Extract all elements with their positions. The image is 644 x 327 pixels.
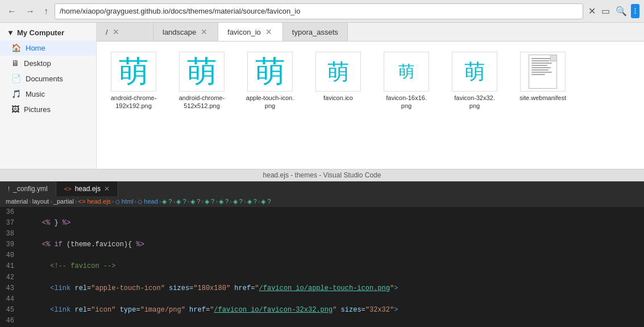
sidebar-item-home[interactable]: 🏠 Home (0, 40, 96, 56)
bc-sep8: › (188, 198, 190, 205)
up-button[interactable]: ↑ (41, 5, 51, 18)
tab-root-close[interactable]: ✕ (111, 27, 121, 36)
file-name: apple-touch-icon.png (246, 94, 294, 110)
bc-q1: ◈ ? (162, 198, 172, 205)
sidebar-item-desktop[interactable]: 🖥 Desktop (0, 56, 96, 71)
bc-sep13: › (258, 198, 260, 205)
grid-button[interactable]: ⁝ (631, 4, 639, 18)
list-item[interactable]: 萌 favicon-16x16.png (375, 47, 438, 115)
ln-41: 41 (6, 261, 14, 272)
arrow-icon: ▼ (7, 28, 14, 37)
ln-40: 40 (6, 250, 14, 261)
tab-favicon-close[interactable]: ✕ (264, 27, 273, 36)
code-line-37: <% if (theme.favicon){ %> (26, 239, 638, 250)
code-line-38: <!-- favicon --> (26, 261, 638, 272)
file-thumbnail: 萌 (315, 52, 361, 92)
tab-favicon-label: favicon_io (227, 28, 261, 36)
bc-material: material (6, 198, 28, 205)
ln-36: 36 (6, 207, 14, 218)
file-thumbnail: 萌 (384, 52, 429, 92)
tab-landscape[interactable]: landscape ✕ (153, 23, 218, 41)
manifest-doc-icon (529, 55, 557, 89)
editor-tab-config-label: _config.yml (13, 185, 48, 193)
list-item[interactable]: 萌 android-chrome-192x192.png (102, 47, 165, 115)
list-item[interactable]: 萌 favicon-32x32.png (443, 47, 506, 115)
search-button[interactable]: 🔍 (614, 4, 629, 18)
sidebar-label-pictures: Pictures (24, 105, 51, 114)
tab-root-label: / (106, 28, 108, 36)
sidebar: ▼ My Computer 🏠 Home 🖥 Desktop 📄 Documen… (0, 23, 97, 169)
editor-tab-head-close[interactable]: ✕ (104, 185, 110, 193)
ln-44: 44 (6, 294, 14, 305)
sidebar-item-music[interactable]: 🎵 Music (0, 86, 96, 102)
bc-head: ◇ head (138, 198, 158, 205)
sidebar-item-documents[interactable]: 📄 Documents (0, 71, 96, 86)
ln-46: 46 (6, 316, 14, 326)
bc-q8: ◈ ? (261, 198, 271, 205)
list-item[interactable]: 萌 favicon.ico (307, 47, 369, 115)
ln-42: 42 (6, 272, 14, 283)
config-tab-icon: ! (8, 185, 10, 192)
bc-sep6: › (159, 198, 161, 205)
bc-sep2: › (50, 198, 52, 205)
back-button[interactable]: ← (5, 5, 19, 18)
sidebar-item-pictures[interactable]: 🖼 Pictures (0, 102, 96, 117)
sidebar-label-music: Music (26, 90, 45, 98)
list-item[interactable]: site.webmanifest (512, 47, 574, 115)
documents-icon: 📄 (11, 74, 21, 83)
breadcrumb: material › layout › _partial › <> head.e… (0, 196, 644, 207)
code-line-40: <link rel="icon" type="image/png" href="… (26, 305, 638, 316)
file-name: favicon-16x16.png (386, 94, 427, 110)
toggle-button[interactable]: ▭ (600, 4, 612, 18)
code-line-36: <% } %> (26, 218, 638, 229)
editor-tab-config[interactable]: ! _config.yml (0, 181, 56, 196)
sidebar-label-desktop: Desktop (24, 59, 51, 68)
ln-38: 38 (6, 229, 14, 239)
bc-sep3: › (75, 198, 77, 205)
bc-q7: ◈ ? (247, 198, 257, 205)
line-numbers: 36 37 38 39 40 41 42 43 44 45 46 47 48 (0, 207, 20, 328)
file-name: site.webmanifest (520, 94, 566, 102)
desktop-icon: 🖥 (11, 59, 19, 68)
bc-sep1: › (29, 198, 31, 205)
bc-layout: layout (32, 198, 49, 205)
tab-landscape-close[interactable]: ✕ (200, 27, 209, 36)
sidebar-title: My Computer (17, 28, 64, 37)
ln-45: 45 (6, 305, 14, 316)
bc-q3: ◈ ? (190, 198, 200, 205)
file-grid: 萌 android-chrome-192x192.png 萌 android-c… (97, 42, 644, 169)
bc-headejs: <> head.ejs (78, 198, 111, 205)
editor-tab-head[interactable]: <> head.ejs ✕ (56, 181, 118, 196)
bc-q5: ◈ ? (219, 198, 228, 205)
tab-root[interactable]: / ✕ (97, 23, 153, 41)
editor-tabs: ! _config.yml <> head.ejs ✕ (0, 181, 644, 196)
bc-partial: _partial (53, 198, 74, 205)
bc-q4: ◈ ? (205, 198, 214, 205)
file-thumbnail (520, 52, 566, 92)
bc-html: ◇ html (115, 198, 134, 205)
bc-q6: ◈ ? (233, 198, 243, 205)
forward-button[interactable]: → (23, 5, 38, 18)
file-name: android-chrome-512x512.png (179, 94, 225, 110)
tab-favicon-io[interactable]: favicon_io ✕ (218, 23, 283, 42)
list-item[interactable]: 萌 apple-touch-icon.png (239, 47, 301, 115)
bc-sep9: › (201, 198, 203, 205)
browser-icons: ✕ ▭ 🔍 ⁝ (587, 4, 639, 18)
titlebar-text: head.ejs - themes - Visual Studio Code (263, 171, 381, 179)
tab-typora[interactable]: typora_assets (283, 23, 348, 41)
sidebar-section[interactable]: ▼ My Computer (0, 23, 96, 40)
address-bar[interactable] (55, 3, 583, 19)
sidebar-label-documents: Documents (26, 74, 63, 83)
file-thumbnail: 萌 (111, 52, 156, 92)
code-line-39: <link rel="apple-touch-icon" sizes="180x… (26, 283, 638, 294)
vs-code-titlebar: head.ejs - themes - Visual Studio Code (0, 169, 644, 181)
clear-button[interactable]: ✕ (587, 4, 597, 18)
list-item[interactable]: 萌 android-chrome-512x512.png (171, 47, 233, 115)
bc-sep10: › (215, 198, 218, 205)
bc-sep11: › (230, 198, 232, 205)
home-icon: 🏠 (11, 43, 21, 52)
tab-typora-label: typora_assets (292, 28, 338, 36)
head-tab-icon: <> (64, 185, 72, 192)
bc-sep4: › (112, 198, 114, 205)
code-lines[interactable]: <% } %> <% if (theme.favicon){ %> <!-- f… (20, 207, 644, 328)
